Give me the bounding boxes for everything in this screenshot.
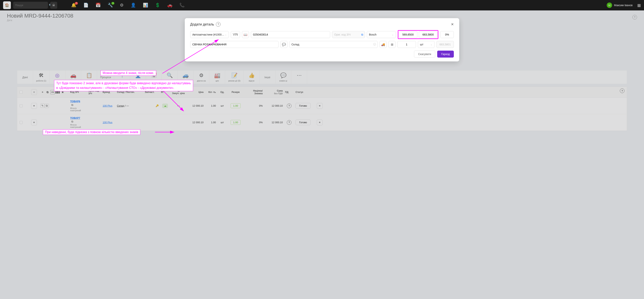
discount-input[interactable] — [440, 31, 454, 38]
cancel-button[interactable]: Скасувати — [414, 51, 435, 57]
annotation-3: При наведенні, буде підказка з повною кі… — [43, 129, 140, 131]
price-highlight-box — [398, 30, 438, 39]
copy-icon[interactable]: ⧉ — [361, 33, 363, 36]
unit-select[interactable]: шт — [418, 41, 434, 48]
warehouse-input[interactable]: Склад ⓘ — [289, 41, 378, 48]
price-out-input[interactable] — [419, 31, 438, 38]
brand-select[interactable]: Bosch — [367, 31, 396, 38]
vin-button[interactable]: VIN — [231, 31, 240, 38]
annotation-1: Можна вводити 4 знаки, після коми. — [100, 70, 156, 76]
modal-help-icon[interactable]: ? — [216, 22, 220, 27]
code-input[interactable] — [251, 31, 330, 38]
delivery-icon[interactable]: 🚚 — [380, 41, 386, 48]
annotation-2: Тут буде показано 2 знаки, але в друкова… — [54, 80, 193, 91]
ok-button[interactable]: Гаразд — [437, 51, 454, 57]
add-detail-modal: Додати деталь ? ✕ Автозапчастини (#1000…… — [185, 18, 459, 61]
info-icon[interactable]: ⓘ — [373, 43, 376, 46]
modal-title: Додати деталь — [190, 22, 214, 26]
structure-icon[interactable]: ⊞ — [388, 41, 396, 48]
price-in-input[interactable] — [399, 31, 417, 38]
category-select[interactable]: Автозапчастини (#1000… — [190, 31, 229, 38]
total-display: 683,5801 — [436, 41, 454, 48]
orig-code-input: Ориг. код З/Ч ⧉ — [332, 31, 365, 38]
book-icon[interactable]: 📖 — [242, 31, 249, 38]
qty-input[interactable] — [398, 41, 416, 48]
part-name-input[interactable] — [190, 41, 278, 48]
modal-close-button[interactable]: ✕ — [451, 22, 454, 26]
comment-icon[interactable]: 💬 — [280, 41, 288, 48]
